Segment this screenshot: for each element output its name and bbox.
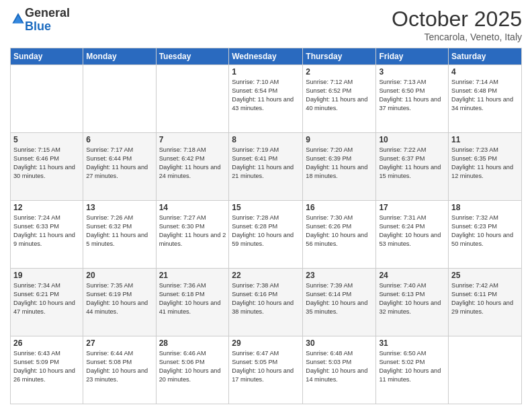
day-number: 7	[159, 135, 226, 144]
month-title: October 2025	[392, 7, 522, 32]
calendar-cell: 11Sunrise: 7:23 AMSunset: 6:35 PMDayligh…	[449, 133, 522, 201]
day-number: 10	[379, 135, 445, 144]
day-number: 18	[451, 203, 519, 212]
calendar-cell	[449, 336, 522, 404]
day-info: Sunrise: 7:12 AMSunset: 6:52 PMDaylight:…	[306, 78, 373, 113]
calendar-week-3: 19Sunrise: 7:34 AMSunset: 6:21 PMDayligh…	[11, 269, 522, 336]
calendar-cell: 29Sunrise: 6:47 AMSunset: 5:05 PMDayligh…	[229, 336, 303, 404]
calendar-cell: 18Sunrise: 7:32 AMSunset: 6:23 PMDayligh…	[449, 201, 522, 269]
day-info: Sunrise: 7:20 AMSunset: 6:39 PMDaylight:…	[306, 146, 373, 181]
day-number: 3	[379, 67, 445, 77]
calendar-week-1: 5Sunrise: 7:15 AMSunset: 6:46 PMDaylight…	[11, 133, 522, 201]
day-number: 12	[13, 203, 80, 212]
day-info: Sunrise: 7:15 AMSunset: 6:46 PMDaylight:…	[13, 146, 80, 181]
calendar-cell: 3Sunrise: 7:13 AMSunset: 6:50 PMDaylight…	[376, 65, 449, 133]
logo-blue: Blue	[25, 19, 51, 33]
calendar-cell	[156, 65, 229, 133]
calendar-cell: 1Sunrise: 7:10 AMSunset: 6:54 PMDaylight…	[229, 65, 303, 133]
day-number: 24	[379, 271, 445, 280]
day-number: 21	[159, 271, 226, 280]
logo-text: General Blue	[25, 7, 70, 34]
calendar-cell	[11, 65, 83, 133]
calendar-cell: 19Sunrise: 7:34 AMSunset: 6:21 PMDayligh…	[11, 269, 83, 336]
day-number: 30	[306, 338, 373, 348]
header: General Blue October 2025 Tencarola, Ven…	[10, 7, 522, 42]
header-thursday: Thursday	[303, 48, 376, 65]
day-number: 15	[232, 203, 300, 212]
logo-icon	[11, 12, 25, 26]
day-info: Sunrise: 7:39 AMSunset: 6:14 PMDaylight:…	[306, 281, 373, 316]
day-info: Sunrise: 7:22 AMSunset: 6:37 PMDaylight:…	[379, 146, 445, 181]
day-number: 29	[232, 338, 300, 348]
calendar-cell: 22Sunrise: 7:38 AMSunset: 6:16 PMDayligh…	[229, 269, 303, 336]
calendar-cell: 20Sunrise: 7:35 AMSunset: 6:19 PMDayligh…	[83, 269, 156, 336]
calendar-week-4: 26Sunrise: 6:43 AMSunset: 5:09 PMDayligh…	[11, 336, 522, 404]
calendar-week-2: 12Sunrise: 7:24 AMSunset: 6:33 PMDayligh…	[11, 201, 522, 269]
calendar-cell: 15Sunrise: 7:28 AMSunset: 6:28 PMDayligh…	[229, 201, 303, 269]
day-info: Sunrise: 7:19 AMSunset: 6:41 PMDaylight:…	[232, 146, 300, 181]
calendar-cell: 23Sunrise: 7:39 AMSunset: 6:14 PMDayligh…	[303, 269, 376, 336]
day-info: Sunrise: 6:44 AMSunset: 5:08 PMDaylight:…	[86, 349, 152, 384]
day-number: 22	[232, 271, 300, 280]
day-number: 23	[306, 271, 373, 280]
day-info: Sunrise: 7:13 AMSunset: 6:50 PMDaylight:…	[379, 78, 445, 113]
calendar-cell: 14Sunrise: 7:27 AMSunset: 6:30 PMDayligh…	[156, 201, 229, 269]
day-info: Sunrise: 7:26 AMSunset: 6:32 PMDaylight:…	[86, 214, 152, 248]
calendar-cell: 30Sunrise: 6:48 AMSunset: 5:03 PMDayligh…	[303, 336, 376, 404]
calendar-cell: 26Sunrise: 6:43 AMSunset: 5:09 PMDayligh…	[11, 336, 83, 404]
day-info: Sunrise: 7:36 AMSunset: 6:18 PMDaylight:…	[159, 281, 226, 316]
title-block: October 2025 Tencarola, Veneto, Italy	[392, 7, 522, 42]
day-number: 1	[232, 67, 300, 77]
calendar-cell: 8Sunrise: 7:19 AMSunset: 6:41 PMDaylight…	[229, 133, 303, 201]
calendar-cell: 7Sunrise: 7:18 AMSunset: 6:42 PMDaylight…	[156, 133, 229, 201]
day-number: 4	[451, 67, 519, 77]
logo-general: General	[25, 6, 70, 19]
day-number: 31	[379, 338, 445, 348]
day-info: Sunrise: 7:24 AMSunset: 6:33 PMDaylight:…	[13, 214, 80, 248]
calendar-cell: 9Sunrise: 7:20 AMSunset: 6:39 PMDaylight…	[303, 133, 376, 201]
day-number: 27	[86, 338, 152, 348]
page: General Blue October 2025 Tencarola, Ven…	[0, 0, 532, 411]
day-number: 13	[86, 203, 152, 212]
day-number: 2	[306, 67, 373, 77]
calendar-header-row: SundayMondayTuesdayWednesdayThursdayFrid…	[11, 48, 522, 65]
calendar-cell: 13Sunrise: 7:26 AMSunset: 6:32 PMDayligh…	[83, 201, 156, 269]
calendar-cell: 17Sunrise: 7:31 AMSunset: 6:24 PMDayligh…	[376, 201, 449, 269]
calendar-week-0: 1Sunrise: 7:10 AMSunset: 6:54 PMDaylight…	[11, 65, 522, 133]
day-number: 8	[232, 135, 300, 144]
day-info: Sunrise: 7:40 AMSunset: 6:13 PMDaylight:…	[379, 281, 445, 316]
day-info: Sunrise: 6:48 AMSunset: 5:03 PMDaylight:…	[306, 349, 373, 384]
header-tuesday: Tuesday	[156, 48, 229, 65]
day-info: Sunrise: 7:10 AMSunset: 6:54 PMDaylight:…	[232, 78, 300, 113]
day-info: Sunrise: 7:32 AMSunset: 6:23 PMDaylight:…	[451, 214, 519, 248]
day-number: 11	[451, 135, 519, 144]
calendar-cell: 6Sunrise: 7:17 AMSunset: 6:44 PMDaylight…	[83, 133, 156, 201]
day-info: Sunrise: 7:30 AMSunset: 6:26 PMDaylight:…	[306, 214, 373, 248]
day-info: Sunrise: 6:43 AMSunset: 5:09 PMDaylight:…	[13, 349, 80, 384]
calendar-cell: 28Sunrise: 6:46 AMSunset: 5:06 PMDayligh…	[156, 336, 229, 404]
day-number: 20	[86, 271, 152, 280]
day-info: Sunrise: 7:28 AMSunset: 6:28 PMDaylight:…	[232, 214, 300, 248]
calendar-cell: 27Sunrise: 6:44 AMSunset: 5:08 PMDayligh…	[83, 336, 156, 404]
day-info: Sunrise: 6:46 AMSunset: 5:06 PMDaylight:…	[159, 349, 226, 384]
day-info: Sunrise: 6:47 AMSunset: 5:05 PMDaylight:…	[232, 349, 300, 384]
calendar-table: SundayMondayTuesdayWednesdayThursdayFrid…	[10, 48, 522, 404]
calendar-cell	[83, 65, 156, 133]
logo: General Blue	[10, 7, 70, 34]
day-info: Sunrise: 7:31 AMSunset: 6:24 PMDaylight:…	[379, 214, 445, 248]
day-info: Sunrise: 7:38 AMSunset: 6:16 PMDaylight:…	[232, 281, 300, 316]
calendar-cell: 25Sunrise: 7:42 AMSunset: 6:11 PMDayligh…	[449, 269, 522, 336]
day-number: 5	[13, 135, 80, 144]
day-number: 25	[451, 271, 519, 280]
day-info: Sunrise: 7:27 AMSunset: 6:30 PMDaylight:…	[159, 214, 226, 248]
header-sunday: Sunday	[11, 48, 83, 65]
header-friday: Friday	[376, 48, 449, 65]
header-wednesday: Wednesday	[229, 48, 303, 65]
calendar-cell: 10Sunrise: 7:22 AMSunset: 6:37 PMDayligh…	[376, 133, 449, 201]
day-info: Sunrise: 6:50 AMSunset: 5:02 PMDaylight:…	[379, 349, 445, 384]
calendar-cell: 2Sunrise: 7:12 AMSunset: 6:52 PMDaylight…	[303, 65, 376, 133]
day-info: Sunrise: 7:23 AMSunset: 6:35 PMDaylight:…	[451, 146, 519, 181]
calendar-cell: 12Sunrise: 7:24 AMSunset: 6:33 PMDayligh…	[11, 201, 83, 269]
day-info: Sunrise: 7:18 AMSunset: 6:42 PMDaylight:…	[159, 146, 226, 181]
day-number: 17	[379, 203, 445, 212]
